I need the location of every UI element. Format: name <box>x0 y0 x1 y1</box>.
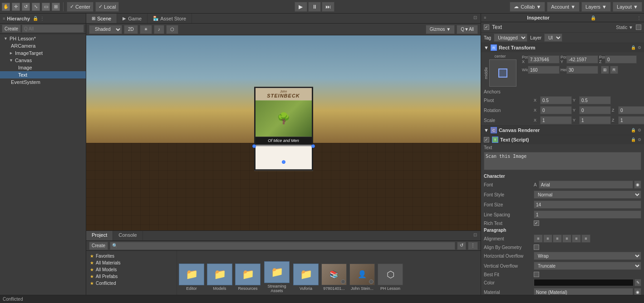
step-button[interactable]: ⏭ <box>322 2 334 12</box>
assets-create-button[interactable]: Create <box>89 242 108 250</box>
tab-scene[interactable]: ⊞ Scene <box>86 14 117 23</box>
scene-viewport[interactable]: John STEINBECK 🌳 Of Mice and Men <box>86 35 481 230</box>
fav-conflicted[interactable]: ★ Conflicted <box>88 280 175 287</box>
hand-tool[interactable]: ✋ <box>2 3 10 11</box>
layout-button[interactable]: Layout ▼ <box>613 2 642 12</box>
hierarchy-create-button[interactable]: Create <box>2 24 21 33</box>
asset-models[interactable]: 📁 Models <box>207 264 232 291</box>
object-name-input[interactable] <box>492 24 613 30</box>
fav-materials[interactable]: ★ All Materials <box>88 259 175 266</box>
asset-resources[interactable]: 📁 Resources <box>235 264 261 291</box>
best-fit-checkbox[interactable] <box>534 272 539 277</box>
assets-search[interactable]: 🔍 <box>110 242 455 250</box>
layers-button[interactable]: Layers ▼ <box>581 2 611 12</box>
pause-button[interactable]: ⏸ <box>308 2 321 12</box>
audio-button[interactable]: ♪ <box>154 25 164 34</box>
rect-lock-icon[interactable]: 🔒 <box>631 45 636 50</box>
tab-console[interactable]: Console <box>113 231 143 240</box>
static-checkbox[interactable] <box>636 24 641 30</box>
lighting-button[interactable]: ☀ <box>140 25 152 34</box>
collab-button[interactable]: ☁ Collab ▼ <box>510 2 545 12</box>
color-edit-icon[interactable]: ✎ <box>634 279 641 286</box>
align-right-top[interactable]: ≡ <box>553 235 562 243</box>
asset-john-stein[interactable]: 👤 John Stein... <box>349 264 375 291</box>
font-size-input[interactable] <box>534 200 641 209</box>
asset-streaming[interactable]: 📁 Streaming Assets <box>263 261 290 293</box>
all-button[interactable]: Q▼All <box>457 25 478 34</box>
pivot-button[interactable]: ✓ Center <box>67 2 93 12</box>
tag-select[interactable]: Untagged <box>494 34 527 42</box>
hierarchy-menu-icon[interactable]: ⋮ <box>40 16 44 21</box>
rot-x-input[interactable] <box>540 106 572 114</box>
pivot-y-input[interactable] <box>579 96 611 104</box>
rot-y-input[interactable] <box>579 106 611 114</box>
gizmos-button[interactable]: Gizmos ▼ <box>426 25 455 34</box>
component-rect-header[interactable]: ▼ R Rect Transform 🔒 ⚙ <box>481 43 644 52</box>
hierarchy-item-imagetarget[interactable]: ► ImageTarget <box>0 49 86 57</box>
anchor-visual[interactable] <box>489 59 516 87</box>
height-input[interactable] <box>566 66 598 74</box>
hierarchy-item-arcamera[interactable]: ARCamera <box>0 42 86 49</box>
inspector-menu-icon[interactable]: ⋮ <box>637 15 641 20</box>
vert-overflow-select[interactable]: Truncate <box>534 262 641 270</box>
asset-editor[interactable]: 📁 Editor <box>179 264 204 291</box>
canvas-renderer-header[interactable]: ▼ C Canvas Renderer 🔒 ⚙ <box>481 126 644 135</box>
transform-tool[interactable]: ⊞ <box>52 3 60 11</box>
rotate-tool[interactable]: ↺ <box>22 3 30 11</box>
rich-text-checkbox[interactable]: ✓ <box>534 220 539 226</box>
scene-maximize[interactable]: ⊡ <box>470 14 481 23</box>
align-left-top[interactable]: ≡ <box>534 235 543 243</box>
hierarchy-lock-icon[interactable]: 🔒 <box>33 16 38 21</box>
project-maximize[interactable]: ⊡ <box>470 231 481 240</box>
font-style-select[interactable]: Normal <box>534 191 641 199</box>
hierarchy-item-ph-lesson[interactable]: ▼ PH Lesson* <box>0 35 86 42</box>
width-input[interactable] <box>528 66 560 74</box>
align-center-top[interactable]: ≡ <box>543 235 552 243</box>
text-lock-icon[interactable]: 🔒 <box>631 137 636 142</box>
anchor-left[interactable] <box>252 144 256 148</box>
tab-project[interactable]: Project <box>86 231 113 240</box>
asset-vuforia[interactable]: 📁 Vuforia <box>293 264 319 291</box>
color-swatch[interactable] <box>534 279 634 286</box>
canvas-gear-icon[interactable]: ⚙ <box>638 128 641 132</box>
horiz-overflow-select[interactable]: Wrap <box>534 252 641 260</box>
scale-y-input[interactable] <box>579 116 611 124</box>
tab-asset-store[interactable]: 🏪 Asset Store <box>147 14 192 23</box>
asset-97801401[interactable]: 📚 97801401... <box>321 264 347 291</box>
blueprint-icon[interactable]: ⊞ <box>601 66 609 74</box>
font-browse-icon[interactable]: ◉ <box>634 181 641 189</box>
asset-ph-lesson[interactable]: ⬡ PH Lesson <box>378 264 403 291</box>
rect-gear-icon[interactable]: ⚙ <box>638 45 641 50</box>
account-button[interactable]: Account ▼ <box>547 2 580 12</box>
align-right-mid[interactable]: ≡ <box>581 235 590 243</box>
font-input[interactable] <box>539 181 633 189</box>
hierarchy-item-eventsystem[interactable]: EventSystem <box>0 78 86 86</box>
text-script-header[interactable]: ✓ T Text (Script) 🔒 ⚙ <box>481 135 644 144</box>
scale-z-input[interactable] <box>618 116 644 124</box>
pos-y-input[interactable] <box>566 55 598 64</box>
fav-prefabs[interactable]: ★ All Prefabs <box>88 273 175 280</box>
text-textarea[interactable]: Scan this Image <box>484 152 641 170</box>
fav-models[interactable]: ★ All Models <box>88 266 175 273</box>
canvas-lock-icon[interactable]: 🔒 <box>631 128 636 132</box>
move-tool[interactable]: ✛ <box>12 3 20 11</box>
object-active-checkbox[interactable]: ✓ <box>484 24 489 30</box>
layer-select[interactable]: UI <box>544 34 562 42</box>
inspector-lock-icon[interactable]: 🔒 <box>590 15 596 20</box>
hierarchy-item-canvas[interactable]: ▼ Canvas <box>0 57 86 64</box>
hierarchy-search[interactable] <box>22 24 84 33</box>
assets-refresh[interactable]: ↺ <box>457 242 466 250</box>
align-center-mid[interactable]: ≡ <box>572 235 581 243</box>
assets-menu[interactable]: ⋮ <box>468 242 478 250</box>
2d-button[interactable]: 2D <box>124 25 138 34</box>
shading-select[interactable]: Shaded <box>89 25 122 34</box>
anchor-right[interactable] <box>311 144 315 148</box>
rot-z-input[interactable] <box>618 106 644 114</box>
tab-game[interactable]: ▶ Game <box>117 14 147 23</box>
text-gear-icon[interactable]: ⚙ <box>638 137 641 142</box>
text-script-checkbox[interactable]: ✓ <box>484 137 489 142</box>
play-button[interactable]: ▶ <box>295 2 307 12</box>
pos-z-input[interactable] <box>605 55 637 64</box>
pos-x-input[interactable] <box>528 55 560 64</box>
line-spacing-input[interactable] <box>534 210 641 219</box>
